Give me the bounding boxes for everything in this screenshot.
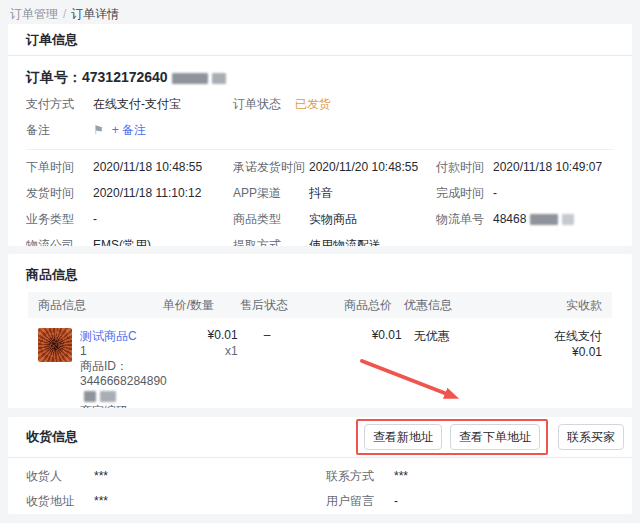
discount-info: 无优惠 xyxy=(402,328,510,408)
column-header-total-price: 商品总价 xyxy=(306,297,392,314)
product-spec: 1 xyxy=(80,344,167,359)
order-status-badge: 已发货 xyxy=(295,96,331,113)
breadcrumb: 订单管理/订单详情 xyxy=(0,0,640,24)
product-table: 商品信息 单价/数量 售后状态 商品总价 优惠信息 实收款 测试商品C 1 商品… xyxy=(28,292,612,408)
payment-status-row: 支付方式 在线支付-支付宝 订单状态 已发货 xyxy=(26,96,614,113)
field-label: 下单时间 xyxy=(26,159,93,176)
field-value: 2020/11/18 11:10:12 xyxy=(93,185,201,202)
column-header-after-sale: 售后状态 xyxy=(214,297,306,314)
merchant-code-row: 商家编码：761128543 xyxy=(80,404,167,408)
product-id-value: 3446668284890 xyxy=(80,374,167,388)
product-thumbnail xyxy=(38,328,72,362)
field-value: 使用物流配送 xyxy=(309,237,381,246)
red-highlight-box: 查看新地址 查看下单地址 xyxy=(356,419,548,455)
field-label: 业务类型 xyxy=(26,211,93,228)
contact-value: *** xyxy=(394,468,408,484)
remark-label: 备注 xyxy=(26,122,93,139)
merchant-code-label: 商家编码： xyxy=(80,404,140,408)
info-grid-row: 下单时间2020/11/18 10:48:55 承诺发货时间2020/11/20… xyxy=(26,159,614,176)
remark-row: 备注 ⚑ + 备注 xyxy=(26,122,614,139)
info-grid-row: 业务类型- 商品类型实物商品 物流单号48468 xyxy=(26,211,614,228)
address-label: 收货地址 xyxy=(26,493,94,509)
order-status-label: 订单状态 xyxy=(233,96,281,113)
column-header-received: 实收款 xyxy=(510,297,602,314)
field-value: 实物商品 xyxy=(309,211,357,228)
field-label: 完成时间 xyxy=(436,185,493,202)
field-value: - xyxy=(93,211,97,228)
receiver-label: 收货人 xyxy=(26,468,94,484)
field-value: EMS(常用) xyxy=(93,237,151,246)
flag-icon: ⚑ xyxy=(93,122,104,139)
field-value: 2020/11/18 10:49:07 xyxy=(493,159,602,176)
product-table-header: 商品信息 单价/数量 售后状态 商品总价 优惠信息 实收款 xyxy=(28,292,612,318)
received-amount: ¥0.01 xyxy=(510,345,602,359)
buyer-message-label: 用户留言 xyxy=(326,493,394,509)
breadcrumb-order-management[interactable]: 订单管理 xyxy=(10,7,58,21)
info-grid-row: 发货时间2020/11/18 11:10:12 APP渠道抖音 完成时间- xyxy=(26,185,614,202)
received-method: 在线支付 xyxy=(510,328,602,345)
shipping-row: 收货地址*** 用户留言- xyxy=(26,493,614,509)
field-value: - xyxy=(493,185,497,202)
payment-method-label: 支付方式 xyxy=(26,96,93,113)
payment-method-value: 在线支付-支付宝 xyxy=(93,96,181,113)
product-info-title: 商品信息 xyxy=(26,267,78,282)
unit-price: ¥0.01 xyxy=(167,328,238,342)
order-info-card: 订单信息 订单号：47312172640 支付方式 在线支付-支付宝 订单状态 … xyxy=(8,24,632,246)
order-info-title: 订单信息 xyxy=(8,24,632,56)
total-price: ¥0.01 xyxy=(324,328,402,408)
quantity: x1 xyxy=(167,344,238,358)
field-value: 2020/11/18 10:48:55 xyxy=(93,159,202,176)
field-label: 付款时间 xyxy=(436,159,493,176)
column-header-unit-price-qty: 单价/数量 xyxy=(136,297,214,314)
order-detail-page: 订单管理/订单详情 订单信息 订单号：47312172640 支付方式 在线支付… xyxy=(0,0,640,523)
breadcrumb-current-order-detail: 订单详情 xyxy=(71,7,119,21)
divider xyxy=(26,149,614,150)
shipping-row: 收货人*** 联系方式*** xyxy=(26,468,614,484)
product-id-row: 商品ID：3446668284890 xyxy=(80,359,167,404)
order-number-value: 47312172640 xyxy=(82,69,168,85)
field-value: 2020/11/20 10:48:55 xyxy=(309,159,418,176)
buyer-message-value: - xyxy=(394,493,398,509)
order-number-row: 订单号：47312172640 xyxy=(26,56,614,87)
shipping-actions: 查看新地址 查看下单地址 联系买家 xyxy=(356,419,624,455)
redacted-blur xyxy=(530,214,558,225)
field-value: 抖音 xyxy=(309,185,333,202)
order-number-label: 订单号： xyxy=(26,69,82,85)
contact-label: 联系方式 xyxy=(326,468,394,484)
info-grid-row: 物流公司EMS(常用) 提取方式使用物流配送 xyxy=(26,237,614,246)
redacted-blur xyxy=(100,391,116,402)
address-value: *** xyxy=(94,493,108,509)
add-remark-link[interactable]: + 备注 xyxy=(112,122,146,139)
view-new-address-button[interactable]: 查看新地址 xyxy=(364,424,442,450)
shipping-info-title: 收货信息 xyxy=(26,428,78,446)
tracking-number-value: 48468 xyxy=(493,211,526,228)
column-header-product: 商品信息 xyxy=(38,297,136,314)
redacted-blur xyxy=(562,214,574,225)
field-label: 物流单号 xyxy=(436,211,493,228)
field-label: 商品类型 xyxy=(233,211,309,228)
product-info-card: 商品信息 商品信息 单价/数量 售后状态 商品总价 优惠信息 实收款 测试商品C… xyxy=(8,254,632,408)
product-row: 测试商品C 1 商品ID：3446668284890 商家编码：76112854… xyxy=(28,318,612,408)
after-sale-status: – xyxy=(238,328,324,408)
field-label: 发货时间 xyxy=(26,185,93,202)
receiver-value: *** xyxy=(94,468,108,484)
product-id-label: 商品ID： xyxy=(80,359,128,373)
shipping-info-card: 收货信息 查看新地址 查看下单地址 联系买家 收货人*** 联系方式*** 收货… xyxy=(8,417,632,514)
redacted-blur xyxy=(84,391,96,402)
column-header-discount: 优惠信息 xyxy=(392,297,510,314)
breadcrumb-separator: / xyxy=(63,7,66,21)
redacted-blur xyxy=(212,73,226,84)
field-label: APP渠道 xyxy=(233,185,309,202)
view-order-address-button[interactable]: 查看下单地址 xyxy=(450,424,540,450)
field-label: 物流公司 xyxy=(26,237,93,246)
field-label: 提取方式 xyxy=(233,237,309,246)
contact-buyer-button[interactable]: 联系买家 xyxy=(558,424,624,450)
field-label: 承诺发货时间 xyxy=(233,159,309,176)
product-name-link[interactable]: 测试商品C xyxy=(80,329,137,343)
redacted-blur xyxy=(172,73,208,84)
